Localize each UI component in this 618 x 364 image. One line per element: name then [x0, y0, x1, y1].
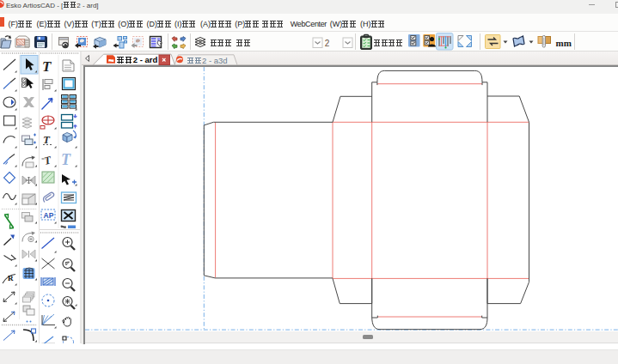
svg-text:T: T [43, 133, 51, 146]
svg-text:T: T [42, 58, 52, 75]
svg-text:R: R [8, 274, 14, 282]
svg-text:T: T [43, 153, 53, 167]
svg-text:T: T [61, 151, 71, 168]
svg-text:AP: AP [44, 211, 54, 220]
